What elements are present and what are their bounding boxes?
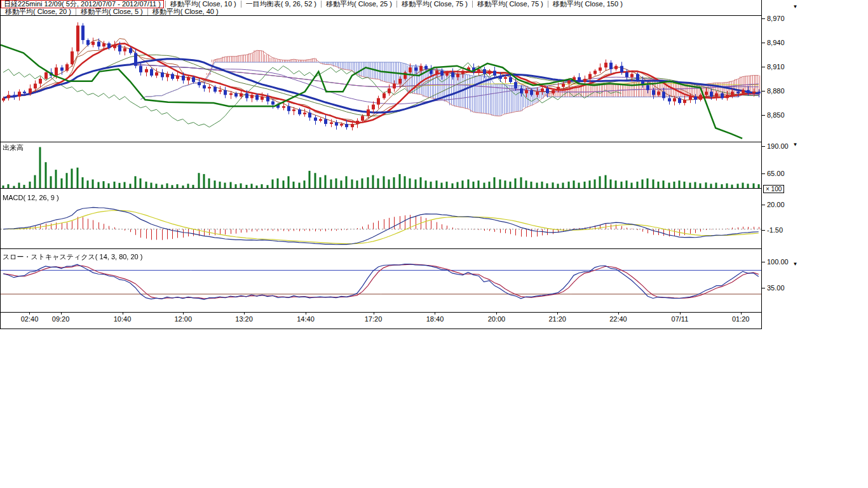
volume-axis-label: 65.00 [767,170,785,177]
macd-axis-tick [762,205,765,205]
price-axis-label: 8,940 [767,39,785,46]
indicator-header: 日経225mini 12/09( 5分, 2012/07/07 - 2012/0… [1,0,761,15]
plot-area: 出来高 MACD( 12, 26, 9 ) スロー・ストキャスティクス( 14,… [1,15,761,312]
macd-axis-label: 20.00 [767,201,785,208]
time-axis-tick [183,313,184,315]
indicator-label[interactable]: 移動平均( Close, 20 ) [1,8,76,15]
time-axis-label: 02:40 [21,315,39,323]
indicator-label[interactable]: 移動平均( Close, 40 ) [147,8,223,15]
time-axis-tick [435,313,435,315]
indicator-label[interactable]: 移動平均( Close, 10 ) [165,1,241,8]
indicator-label[interactable]: 移動平均( Close, 150 ) [548,1,627,8]
time-axis-label: 10:40 [114,315,132,323]
volume-axis-tick [762,146,765,147]
time-axis-label: 17:20 [365,315,383,323]
price-axis-tick [762,115,765,116]
price-axis-tick [762,18,765,19]
time-axis: 02:4009:2010:4012:0013:2014:4017:2018:40… [1,312,761,329]
time-axis-tick [29,313,30,315]
time-axis-tick [496,313,497,315]
time-axis-label: 01:20 [732,315,750,323]
volume-panel-label: 出来高 [3,143,24,152]
stochastics-axis-label: 35.00 [767,284,785,292]
chart-left-column: 日経225mini 12/09( 5分, 2012/07/07 - 2012/0… [0,0,761,329]
price-axis-tick [762,43,765,43]
chart-application: 日経225mini 12/09( 5分, 2012/07/07 - 2012/0… [0,0,801,329]
price-axis-label: 8,850 [767,111,785,119]
volume-axis-label: 190.00 [767,142,789,150]
price-axis-label: 8,970 [767,15,785,22]
panel-scroll-button-icon[interactable]: ▼ [792,3,799,10]
time-axis-label: 21:20 [548,315,566,323]
indicator-label[interactable]: 一目均衡表( 9, 26, 52 ) [241,1,321,8]
indicator-label[interactable]: 移動平均( Close, 75 ) [397,1,472,8]
time-axis-tick [244,313,245,315]
stochastics-axis-tick [762,288,765,288]
panel-scroll-button-icon[interactable]: ▼ [792,141,799,148]
time-axis-label: 13:20 [235,315,253,323]
price-axis-tick [762,67,765,67]
stochastics-panel-label: スロー・ストキャスティクス( 14, 3, 80, 20 ) [3,252,142,262]
time-axis-tick [741,313,742,315]
indicator-label[interactable]: 移動平均( Close, 75 ) [472,1,548,8]
macd-axis-label: -1.50 [767,226,783,234]
time-axis-tick [61,313,62,315]
volume-unit-badge: × 100 [763,185,784,193]
stochastics-axis-tick [762,262,765,262]
stochastics-axis-label: 100.00 [767,258,789,266]
chart-canvas[interactable] [1,16,761,312]
indicator-label[interactable]: 移動平均( Close, 25 ) [321,1,397,8]
time-axis-tick [557,313,558,315]
volume-axis-tick [762,173,765,174]
screen: 日経225mini 12/09( 5分, 2012/07/07 - 2012/0… [0,0,868,488]
time-axis-tick [374,313,374,315]
indicator-header-row1: 日経225mini 12/09( 5分, 2012/07/07 - 2012/0… [1,0,761,8]
indicator-label[interactable]: 移動平均( Close, 5 ) [76,8,147,15]
price-axis-label: 8,910 [767,63,785,71]
time-axis-label: 18:40 [426,315,444,323]
time-axis-label: 12:00 [175,315,193,323]
value-axis-column: × 100 ▼ ▼ ▼ 8,9708,9408,9108,8808,850190… [761,0,801,329]
price-axis-label: 8,880 [767,87,785,95]
time-axis-label: 14:40 [297,315,315,323]
indicator-header-row2: 移動平均( Close, 20 )移動平均( Close, 5 )移動平均( C… [1,8,761,15]
panel-separator [1,248,761,249]
time-axis-label: 07/11 [672,315,689,323]
time-axis-tick [306,313,306,315]
macd-panel-label: MACD( 12, 26, 9 ) [3,194,59,201]
instrument-label[interactable]: 日経225mini 12/09( 5分, 2012/07/07 - 2012/0… [1,0,164,8]
time-axis-label: 20:00 [488,315,506,323]
panel-scroll-button-icon[interactable]: ▼ [792,261,799,268]
time-axis-label: 09:20 [52,315,70,323]
macd-axis-tick [762,230,765,231]
time-axis-label: 22:40 [609,315,627,323]
time-axis-tick [123,313,123,315]
panel-separator [1,188,761,189]
time-axis-tick [618,313,619,315]
time-axis-tick [680,313,681,315]
panel-separator [1,142,761,142]
price-axis-tick [762,91,765,92]
